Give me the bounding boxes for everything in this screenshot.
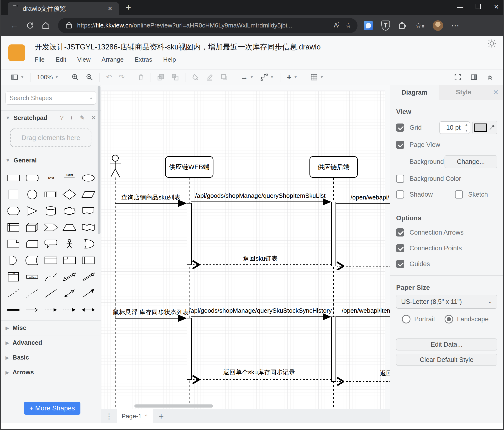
zoom-level-dropdown[interactable]: 100%▼	[37, 74, 59, 81]
tab-close-button[interactable]: ✕	[106, 5, 114, 12]
close-window-button[interactable]: ✕	[493, 3, 500, 11]
shape-data-storage[interactable]	[23, 252, 41, 269]
theme-toggle-icon[interactable]	[487, 39, 497, 48]
url-bar[interactable]: https://file.kkview.cn/onlinePreview?url…	[58, 18, 358, 33]
minimize-button[interactable]: —	[457, 3, 464, 11]
shape-rounded-rectangle[interactable]	[23, 170, 41, 186]
shape-parallelogram[interactable]	[79, 186, 98, 203]
shape-bidirectional-connector[interactable]	[60, 285, 79, 301]
back-button[interactable]: ←	[10, 21, 18, 30]
panel-close-icon[interactable]: ✕	[488, 85, 503, 100]
fill-color-button[interactable]	[192, 73, 199, 81]
shape-circle[interactable]	[23, 186, 41, 203]
background-color-checkbox[interactable]	[396, 175, 404, 183]
section-advanced[interactable]: ▶ Advanced	[1, 335, 101, 350]
pages-menu-handle[interactable]: ⋮	[101, 409, 117, 423]
line-color-button[interactable]	[206, 73, 214, 81]
tab-style[interactable]: Style	[439, 85, 488, 100]
shape-heading[interactable]: Heading	[60, 170, 79, 186]
zoom-in-button[interactable]	[71, 73, 79, 81]
shape-list-item[interactable]: List Item	[23, 269, 41, 285]
insert-dropdown[interactable]: +▼	[287, 73, 297, 82]
edit-data-button[interactable]: Edit Data...	[396, 338, 497, 350]
shape-diamond[interactable]	[60, 186, 79, 203]
maximize-button[interactable]	[475, 3, 482, 11]
scratchpad-help-icon[interactable]: ?	[60, 114, 63, 122]
shape-note[interactable]	[4, 235, 23, 252]
menu-extras[interactable]: Extras	[135, 56, 152, 63]
redo-button[interactable]: ↷	[119, 74, 125, 81]
diagram-canvas[interactable]: 供应链WEB端 供应链后端	[101, 85, 390, 409]
shape-cube[interactable]	[23, 219, 41, 235]
shape-container[interactable]	[42, 252, 60, 269]
tab-diagram[interactable]: Diagram	[390, 85, 439, 100]
horizontal-scrollbar[interactable]	[134, 404, 213, 408]
section-basic[interactable]: ▶ Basic	[1, 350, 101, 365]
menu-arrange[interactable]: Arrange	[102, 56, 124, 63]
home-button[interactable]	[42, 21, 50, 30]
section-misc[interactable]: ▶ Misc	[1, 320, 101, 335]
shape-directional-connector[interactable]	[79, 285, 98, 301]
sidebar-scrollbar[interactable]	[98, 86, 100, 234]
to-front-button[interactable]	[157, 73, 165, 81]
format-panel-toggle[interactable]	[470, 74, 477, 81]
scratchpad-close-icon[interactable]: ✕	[91, 114, 96, 122]
shape-line[interactable]	[42, 285, 60, 301]
sketch-checkbox[interactable]	[455, 190, 463, 198]
shape-ellipse[interactable]	[79, 170, 98, 186]
shape-list[interactable]: List	[4, 269, 23, 285]
shape-hexagon[interactable]	[4, 203, 23, 219]
add-page-button[interactable]: +	[153, 409, 170, 423]
section-arrows[interactable]: ▶ Arrows	[1, 365, 101, 380]
shape-actor[interactable]	[60, 235, 79, 252]
shape-search[interactable]	[6, 91, 96, 105]
browser-menu-button[interactable]: ⋯	[451, 21, 459, 30]
menu-view[interactable]: View	[77, 56, 91, 63]
undo-button[interactable]: ↶	[106, 74, 112, 81]
shape-and[interactable]	[4, 252, 23, 269]
landscape-radio[interactable]	[445, 315, 453, 323]
shape-curve[interactable]	[42, 269, 60, 285]
favorites-bar-icon[interactable]: ☆≡	[415, 21, 424, 30]
to-back-button[interactable]	[171, 73, 179, 81]
shape-card[interactable]	[23, 235, 41, 252]
scratchpad-add-icon[interactable]: +	[70, 114, 73, 122]
refresh-button[interactable]	[26, 21, 34, 30]
shape-process[interactable]	[42, 186, 60, 203]
page-view-checkbox[interactable]	[396, 141, 404, 149]
shape-horizontal-container[interactable]	[79, 252, 98, 269]
connection-style-dropdown[interactable]: →▼	[241, 74, 254, 81]
scratchpad-edit-icon[interactable]: ✎	[80, 114, 85, 122]
shape-cloud[interactable]	[60, 203, 79, 219]
more-shapes-button[interactable]: + More Shapes	[24, 402, 81, 415]
shape-dashed-arrow[interactable]	[42, 301, 60, 318]
connection-arrows-checkbox[interactable]	[396, 228, 404, 236]
shape-step[interactable]	[42, 219, 60, 235]
shape-text[interactable]: Text	[42, 170, 60, 186]
favorite-star-icon[interactable]: ☆	[346, 22, 351, 29]
delete-button[interactable]	[137, 73, 144, 81]
shape-document[interactable]	[79, 203, 98, 219]
shape-dotted-line[interactable]	[23, 285, 41, 301]
shape-tape[interactable]	[79, 219, 98, 235]
browser-extension-icon[interactable]	[364, 21, 373, 30]
menu-file[interactable]: File	[35, 56, 45, 63]
change-background-button[interactable]: Change...	[445, 155, 497, 168]
read-aloud-icon[interactable]: A)	[334, 22, 339, 29]
extensions-puzzle-icon[interactable]	[398, 21, 407, 30]
grid-checkbox[interactable]	[396, 123, 404, 132]
search-input[interactable]	[9, 94, 90, 102]
grid-size-stepper[interactable]: ▲▼	[463, 121, 470, 134]
shape-square[interactable]	[4, 186, 23, 203]
section-general[interactable]: ▼ General	[1, 153, 101, 168]
menu-help[interactable]: Help	[163, 56, 176, 63]
browser-tab[interactable]: drawio文件预览 ✕	[8, 2, 119, 15]
shape-internal-storage[interactable]	[4, 219, 23, 235]
collapse-toolbar-button[interactable]	[486, 74, 493, 81]
shape-dotted-arrow[interactable]	[60, 301, 79, 318]
shadow-checkbox[interactable]	[396, 190, 404, 198]
shape-arrow-connector[interactable]	[23, 301, 41, 318]
scratchpad-header[interactable]: ▼ Scratchpad ? + ✎ ✕	[1, 110, 101, 125]
view-dropdown[interactable]: ▼	[11, 73, 24, 81]
guides-checkbox[interactable]	[396, 260, 404, 268]
